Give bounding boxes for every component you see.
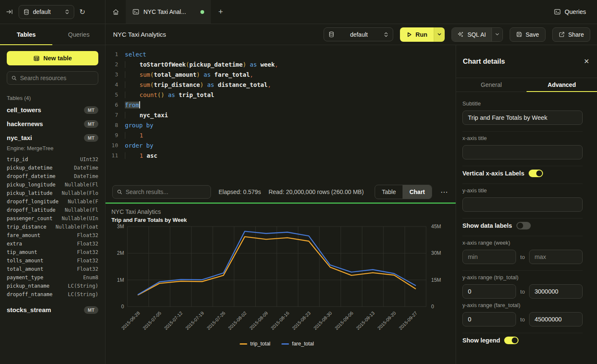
editor-line[interactable]: 6from (105, 100, 456, 110)
column-type: LC(String) (68, 283, 98, 289)
collapse-sidebar-button[interactable] (6, 8, 14, 16)
column-type: DateTime (74, 165, 98, 171)
yaxis-range-fare-max-input[interactable] (529, 312, 583, 326)
divider (462, 236, 583, 236)
column-name: tolls_amount (7, 258, 43, 264)
column-row[interactable]: trip_idUInt32 (7, 155, 98, 164)
sidebar-tab-queries[interactable]: Queries (53, 24, 105, 45)
new-tab-button[interactable]: + (211, 0, 230, 24)
column-row[interactable]: passenger_countNullable(UIn (7, 214, 98, 223)
home-icon (112, 8, 119, 16)
run-button[interactable]: Run (400, 27, 434, 42)
show-legend-row: Show legend (462, 337, 583, 344)
resource-search[interactable] (7, 71, 98, 85)
close-icon: ✕ (584, 58, 589, 65)
editor-line[interactable]: 11 1 asc (105, 151, 456, 161)
database-selector[interactable]: default (19, 5, 74, 19)
table-row[interactable]: stocks_streamMT (7, 303, 98, 317)
close-panel-button[interactable]: ✕ (584, 57, 589, 65)
show-legend-toggle[interactable] (504, 337, 519, 344)
refresh-button[interactable]: ↻ (79, 8, 85, 16)
editor-line[interactable]: 9 1 (105, 130, 456, 140)
column-row[interactable]: pickup_datetimeDateTime (7, 164, 98, 172)
line-code: group by (125, 120, 153, 130)
plus-icon: + (218, 7, 223, 16)
editor-line[interactable]: 3 sum(total_amount) as fare_total, (105, 70, 456, 80)
xaxis-range-max-input[interactable] (529, 250, 583, 264)
line-code: order by (125, 140, 153, 151)
column-row[interactable]: pickup_latitudeNullable(Flo (7, 189, 98, 197)
tab-strip: NYC Taxi Anal... + (105, 0, 230, 24)
table-name: hackernews (7, 120, 43, 127)
column-row[interactable]: tip_amountFloat32 (7, 248, 98, 256)
column-row[interactable]: payment_typeEnum8 (7, 273, 98, 282)
yaxis-range-trip-label: y-axis range (trip_total) (462, 274, 583, 280)
results-search[interactable] (112, 185, 211, 199)
tab-advanced[interactable]: Advanced (527, 78, 597, 92)
editor-line[interactable]: 10order by (105, 140, 456, 151)
line-number: 10 (105, 140, 118, 151)
sql-ai-button[interactable]: SQL AI (452, 28, 492, 41)
legend-item-trip_total[interactable]: trip_total (240, 341, 270, 347)
column-row[interactable]: dropoff_latitudeNullable(Fl (7, 206, 98, 214)
save-button[interactable]: Save (510, 27, 546, 42)
terminal-icon (132, 8, 139, 15)
results-search-input[interactable] (126, 189, 206, 195)
xaxis-title-input[interactable] (462, 145, 583, 159)
editor-line[interactable]: 4 sum(trip_distance) as distance_total, (105, 80, 456, 90)
new-table-button[interactable]: New table (7, 51, 98, 65)
column-row[interactable]: extraFloat32 (7, 240, 98, 248)
chart-panel: NYC Taxi Analytics Trip and Fare Totals … (105, 204, 456, 364)
query-tab[interactable]: NYC Taxi Anal... (126, 0, 211, 24)
column-row[interactable]: dropoff_datetimeDateTime (7, 172, 98, 181)
column-name: total_amount (7, 266, 43, 272)
column-row[interactable]: dropoff_longitudeNullable(F (7, 197, 98, 206)
column-row[interactable]: tolls_amountFloat32 (7, 256, 98, 265)
chart-plot[interactable]: 001M15M2M30M3M45M2015-06-282015-07-05201… (105, 204, 456, 364)
editor-line[interactable]: 2 toStartOfWeek(pickup_datetime) as week… (105, 59, 456, 70)
x-axis-label: 2015-08-02 (227, 310, 247, 331)
column-row[interactable]: total_amountFloat32 (7, 265, 98, 273)
sidebar: New table Tables (4) cell_towersMThacker… (0, 45, 105, 364)
xaxis-range-min-input[interactable] (462, 250, 516, 264)
resource-search-input[interactable] (20, 75, 94, 81)
sidebar-tab-tables[interactable]: Tables (0, 24, 53, 45)
share-button[interactable]: Share (552, 27, 590, 42)
view-table-button[interactable]: Table (375, 185, 403, 199)
results-more-button[interactable]: ⋯ (440, 188, 449, 197)
column-row[interactable]: dropoff_ntanameLC(String) (7, 290, 98, 299)
run-options-button[interactable] (434, 27, 445, 42)
table-row[interactable]: hackernewsMT (7, 117, 98, 131)
yaxis-range-trip-max-input[interactable] (529, 284, 583, 299)
table-row[interactable]: cell_towersMT (7, 103, 98, 117)
column-row[interactable]: trip_distanceNullable(Float (7, 223, 98, 231)
editor-line[interactable]: 5 count() as trip_total (105, 90, 456, 100)
column-name: pickup_ntaname (7, 283, 49, 289)
yaxis-range-fare-min-input[interactable] (462, 312, 516, 326)
editor-line[interactable]: 8group by (105, 120, 456, 130)
sql-ai-options-button[interactable] (492, 28, 502, 41)
legend-item-fare_total[interactable]: fare_total (281, 341, 314, 347)
column-name: tip_amount (7, 249, 37, 255)
home-button[interactable] (105, 0, 126, 24)
results-toolbar: Elapsed: 0.579s Read: 20,000,000 rows (2… (105, 181, 456, 202)
editor-line[interactable]: 7 nyc_taxi (105, 110, 456, 120)
column-name: pickup_datetime (7, 165, 52, 171)
yaxis-title-input[interactable] (462, 197, 583, 212)
yaxis-range-trip-min-input[interactable] (462, 284, 516, 299)
column-row[interactable]: pickup_ntanameLC(String) (7, 282, 98, 290)
show-data-labels-toggle[interactable] (516, 222, 531, 229)
vertical-xaxis-labels-toggle[interactable] (529, 170, 543, 177)
column-row[interactable]: fare_amountFloat32 (7, 231, 98, 240)
view-chart-button[interactable]: Chart (403, 185, 432, 199)
column-row[interactable]: pickup_longitudeNullable(Fl (7, 181, 98, 189)
subtitle-input[interactable] (462, 111, 583, 125)
sql-editor[interactable]: 1select2 toStartOfWeek(pickup_datetime) … (105, 45, 456, 181)
queries-button[interactable]: Queries (554, 8, 586, 15)
toolbar-database-selector[interactable]: default (324, 27, 393, 41)
column-name: dropoff_latitude (7, 207, 56, 213)
editor-line[interactable]: 1select (105, 49, 456, 59)
tab-general[interactable]: General (456, 78, 527, 92)
search-icon (11, 75, 17, 81)
table-row[interactable]: nyc_taxiMT (7, 131, 98, 145)
